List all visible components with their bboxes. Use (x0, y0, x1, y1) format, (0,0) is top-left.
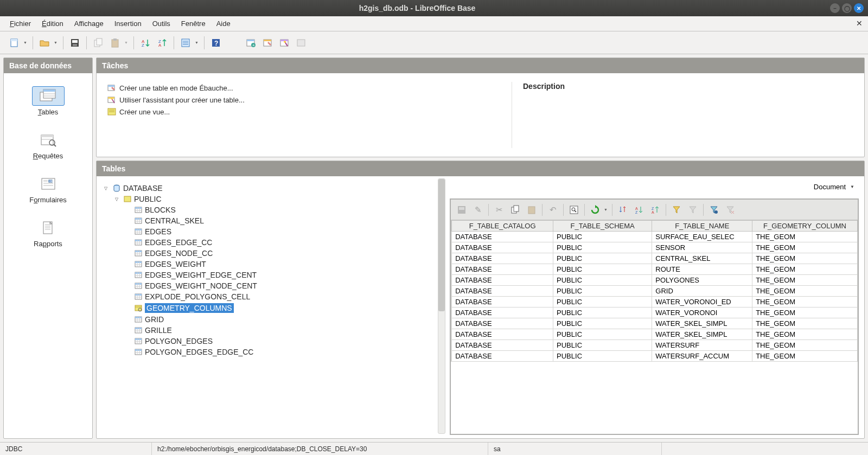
cell[interactable]: WATER_SKEL_SIMPL (652, 329, 752, 340)
task-create-table-design[interactable]: Créer une table en mode Ébauche... (107, 82, 512, 94)
table-row[interactable]: DATABASEPUBLICWATERSURFTHE_GEOM (451, 340, 858, 351)
cell[interactable]: THE_GEOM (752, 318, 858, 329)
menu-tools[interactable]: Outils (147, 17, 176, 30)
cell[interactable]: DATABASE (452, 253, 553, 264)
sidebar-item-reports[interactable]: Rapports (24, 216, 73, 250)
cell[interactable]: PUBLIC (553, 340, 652, 351)
tree-table-node[interactable]: GRILLE (126, 325, 443, 336)
cell[interactable]: DATABASE (452, 351, 553, 362)
cell[interactable]: THE_GEOM (752, 297, 858, 307)
table-new-icon[interactable]: + (243, 35, 258, 50)
tree-table-node[interactable]: EDGES_NODE_CC (126, 248, 443, 259)
tree-table-node[interactable]: EDGES_WEIGHT_NODE_CENT (126, 280, 443, 291)
form-dropdown[interactable]: ▼ (195, 41, 200, 44)
table-row[interactable]: DATABASEPUBLICCENTRAL_SKELTHE_GEOM (451, 253, 858, 264)
menu-insert[interactable]: Insertion (109, 17, 147, 30)
data-find-icon[interactable] (566, 202, 582, 217)
cell[interactable]: WATERSURF (652, 340, 752, 351)
table-row[interactable]: DATABASEPUBLICROUTETHE_GEOM (451, 264, 858, 275)
minimize-button[interactable]: – (830, 3, 840, 13)
task-create-view[interactable]: Créer une vue... (107, 106, 512, 118)
table-row[interactable]: DATABASEPUBLICWATERSURF_ACCUMTHE_GEOM (451, 351, 858, 362)
cell[interactable]: DATABASE (452, 340, 553, 351)
cell[interactable]: CENTRAL_SKEL (652, 253, 752, 264)
column-header[interactable]: F_TABLE_NAME (652, 221, 752, 232)
cell[interactable]: THE_GEOM (752, 307, 858, 318)
maximize-button[interactable]: ◯ (842, 3, 852, 13)
cell[interactable]: PUBLIC (553, 242, 652, 253)
cell[interactable]: THE_GEOM (752, 232, 858, 242)
data-filter-standard-icon[interactable] (706, 202, 722, 217)
tree-table-node[interactable]: EDGES_WEIGHT (126, 259, 443, 270)
cell[interactable]: WATER_VORONOI (652, 307, 752, 318)
cell[interactable]: THE_GEOM (752, 253, 858, 264)
cell[interactable]: PUBLIC (553, 264, 652, 275)
document-dropdown[interactable]: ▼ (850, 184, 854, 189)
cell[interactable]: DATABASE (452, 242, 553, 253)
task-create-table-wizard[interactable]: Utiliser l'assistant pour créer une tabl… (107, 94, 512, 106)
data-copy-icon[interactable] (508, 202, 523, 217)
tree-toggle-icon[interactable]: ▽ (104, 186, 110, 191)
cell[interactable]: THE_GEOM (752, 264, 858, 275)
form-icon[interactable] (178, 35, 193, 50)
cell[interactable]: THE_GEOM (752, 351, 858, 362)
paste-dropdown[interactable]: ▼ (124, 41, 130, 44)
cell[interactable]: PUBLIC (553, 286, 652, 297)
sort-asc-icon[interactable]: AZ (138, 35, 153, 50)
cell[interactable]: PUBLIC (553, 329, 652, 340)
tables-tree[interactable]: ▽ DATABASE ▽ PUBLIC BLOCKSCENTRAL_SKELED… (97, 176, 446, 438)
tree-table-node[interactable]: GRID (126, 314, 443, 325)
cell[interactable]: THE_GEOM (752, 275, 858, 286)
table-row[interactable]: DATABASEPUBLICGRIDTHE_GEOM (451, 286, 858, 297)
copy-icon[interactable] (91, 35, 106, 50)
document-close-icon[interactable]: ✕ (856, 19, 863, 28)
cell[interactable]: PUBLIC (553, 232, 652, 242)
menu-help[interactable]: Aide (211, 17, 236, 30)
tree-table-node[interactable]: BLOCKS (126, 204, 443, 215)
cell[interactable]: DATABASE (452, 264, 553, 275)
tree-table-node[interactable]: EXPLODE_POLYGONS_CELL (126, 291, 443, 302)
table-wizard-icon[interactable] (277, 35, 292, 50)
column-header[interactable]: F_TABLE_CATALOG (452, 221, 553, 232)
help-icon[interactable]: ? (208, 35, 224, 50)
cell[interactable]: ROUTE (652, 264, 752, 275)
cell[interactable]: WATER_SKEL_SIMPL (652, 318, 752, 329)
sidebar-item-tables[interactable]: Tables (24, 84, 73, 118)
cell[interactable]: PUBLIC (553, 318, 652, 329)
tree-table-node[interactable]: POLYGON_EDGES_EDGE_CC (126, 347, 443, 357)
cell[interactable]: DATABASE (452, 329, 553, 340)
tree-toggle-icon[interactable]: ▽ (115, 197, 121, 202)
close-button[interactable]: ✕ (854, 3, 864, 13)
data-refresh-dropdown[interactable]: ▼ (604, 208, 609, 212)
cell[interactable]: PUBLIC (553, 307, 652, 318)
cell[interactable]: PUBLIC (553, 275, 652, 286)
sidebar-item-forms[interactable]: OK Formulaires (24, 172, 73, 206)
sidebar-item-queries[interactable]: Requêtes (24, 128, 73, 162)
cell[interactable]: PUBLIC (553, 351, 652, 362)
cell[interactable]: DATABASE (452, 318, 553, 329)
cell[interactable]: PUBLIC (553, 253, 652, 264)
cell[interactable]: THE_GEOM (752, 242, 858, 253)
cell[interactable]: DATABASE (452, 297, 553, 307)
table-row[interactable]: DATABASEPUBLICWATER_SKEL_SIMPLTHE_GEOM (451, 329, 858, 340)
tree-table-node[interactable]: POLYGON_EDGES (126, 336, 443, 347)
save-icon[interactable] (67, 35, 82, 50)
table-row[interactable]: DATABASEPUBLICPOLYGONESTHE_GEOM (451, 275, 858, 286)
tree-table-node[interactable]: CENTRAL_SKEL (126, 215, 443, 226)
new-doc-icon[interactable] (7, 35, 22, 50)
tree-scrollbar[interactable] (438, 178, 445, 434)
cell[interactable]: PUBLIC (553, 297, 652, 307)
menu-file[interactable]: Fichier (4, 17, 36, 30)
cell[interactable]: WATER_VORONOI_ED (652, 297, 752, 307)
data-grid[interactable]: F_TABLE_CATALOGF_TABLE_SCHEMAF_TABLE_NAM… (451, 220, 858, 434)
paste-icon[interactable] (107, 35, 123, 50)
column-header[interactable]: F_GEOMETRY_COLUMN (752, 221, 858, 232)
tree-schema-node[interactable]: ▽ PUBLIC (115, 194, 443, 204)
tree-database-node[interactable]: ▽ DATABASE (104, 183, 443, 194)
cell[interactable]: THE_GEOM (752, 286, 858, 297)
column-header[interactable]: F_TABLE_SCHEMA (553, 221, 652, 232)
data-sort-desc-icon[interactable]: ZA (648, 202, 663, 217)
cell[interactable]: POLYGONES (652, 275, 752, 286)
open-dropdown[interactable]: ▼ (54, 41, 59, 44)
sort-desc-icon[interactable]: ZA (155, 35, 170, 50)
